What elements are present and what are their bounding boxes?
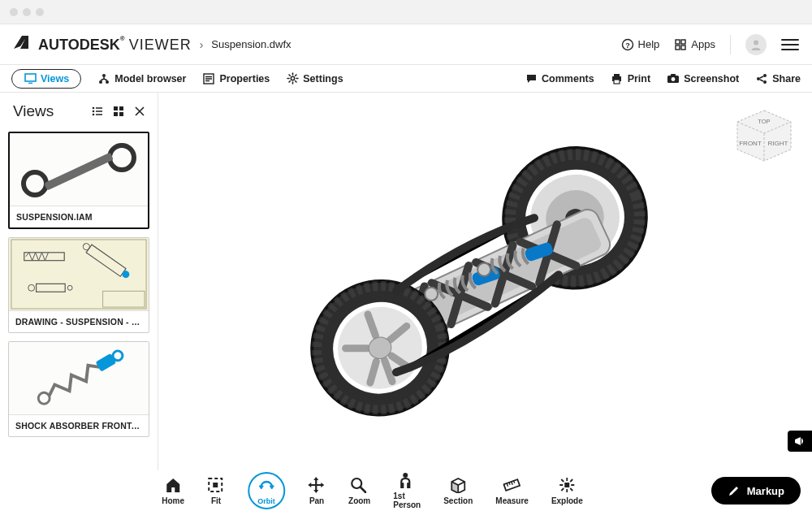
svg-rect-5	[681, 45, 685, 50]
orbit-button[interactable]: Orbit	[248, 472, 285, 509]
fit-button[interactable]: Fit	[207, 477, 225, 505]
view-card-shock[interactable]: SHOCK ABSORBER FRONT.IAM	[8, 341, 149, 437]
svg-rect-13	[614, 74, 620, 76]
explode-button[interactable]: Explode	[551, 477, 583, 505]
svg-rect-3	[681, 40, 685, 44]
svg-line-82	[509, 482, 510, 484]
help-button[interactable]: ? Help	[621, 38, 660, 51]
grid-view-icon[interactable]	[112, 105, 125, 118]
tree-icon	[97, 72, 110, 85]
model-browser-tab[interactable]: Model browser	[97, 72, 186, 85]
section-icon	[449, 477, 467, 495]
print-icon	[611, 72, 624, 85]
views-tab[interactable]: Views	[11, 69, 81, 89]
svg-point-21	[763, 80, 767, 84]
svg-line-91	[570, 488, 572, 491]
autodesk-mark-icon	[13, 37, 33, 53]
svg-point-24	[93, 114, 95, 116]
apps-button[interactable]: Apps	[674, 38, 715, 51]
svg-rect-26	[119, 106, 123, 110]
svg-point-8	[102, 74, 106, 77]
svg-point-23	[93, 110, 95, 113]
viewcube[interactable]: TOP FRONT RIGHT	[732, 107, 796, 167]
pan-icon	[308, 477, 326, 495]
properties-label: Properties	[219, 73, 270, 84]
svg-rect-31	[86, 245, 126, 276]
measure-label: Measure	[495, 496, 529, 505]
toolbar: Views Model browser Properties Settings	[0, 65, 812, 93]
brand-text: AUTODESK	[38, 37, 120, 53]
properties-tab[interactable]: Properties	[202, 72, 270, 85]
workarea: Views SUSPENSION.IAM	[0, 93, 812, 470]
first-person-button[interactable]: 1st Person	[393, 472, 421, 509]
views-panel: Views SUSPENSION.IAM	[0, 93, 158, 470]
help-icon: ?	[621, 38, 634, 51]
view-card-label: DRAWING - SUSPENSION - SHEET2…	[9, 311, 149, 332]
comments-button[interactable]: Comments	[525, 72, 594, 85]
svg-point-18	[672, 77, 676, 81]
svg-marker-69	[270, 486, 274, 489]
user-avatar[interactable]	[745, 34, 767, 55]
markup-button[interactable]: Markup	[711, 477, 801, 505]
menu-button[interactable]	[781, 39, 799, 50]
pan-button[interactable]: Pan	[308, 477, 326, 505]
svg-rect-67	[213, 483, 218, 487]
help-label: Help	[638, 38, 660, 50]
svg-point-22	[93, 107, 95, 110]
share-button[interactable]: Share	[755, 72, 801, 85]
person-icon	[398, 472, 416, 490]
svg-rect-85	[564, 483, 569, 487]
settings-tab[interactable]: Settings	[286, 72, 343, 85]
viewcube-front: FRONT	[739, 140, 762, 147]
svg-point-9	[99, 80, 102, 84]
apps-icon	[674, 38, 687, 51]
view-card-suspension[interactable]: SUSPENSION.IAM	[8, 132, 149, 229]
window-chrome	[0, 0, 812, 24]
zoom-label: Zoom	[348, 496, 370, 505]
section-label: Section	[443, 496, 473, 505]
svg-rect-4	[676, 45, 680, 50]
svg-point-36	[67, 285, 72, 290]
screenshot-button[interactable]: Screenshot	[667, 72, 739, 85]
comments-label: Comments	[542, 73, 594, 84]
svg-marker-70	[313, 477, 318, 480]
3d-canvas[interactable]: TOP FRONT RIGHT	[158, 93, 812, 470]
svg-marker-68	[259, 486, 263, 489]
chrome-dot	[10, 8, 18, 16]
camera-icon	[667, 72, 680, 85]
settings-label: Settings	[303, 73, 343, 84]
gear-icon	[286, 72, 299, 85]
monitor-icon	[24, 72, 37, 85]
svg-point-33	[121, 270, 130, 279]
svg-point-6	[754, 40, 758, 45]
megaphone-icon	[793, 435, 806, 447]
share-icon	[755, 72, 768, 85]
section-button[interactable]: Section	[443, 477, 473, 505]
views-panel-header-icons	[91, 105, 146, 118]
print-button[interactable]: Print	[611, 72, 650, 85]
chrome-dot	[36, 8, 44, 16]
measure-button[interactable]: Measure	[495, 477, 529, 505]
markup-label: Markup	[747, 485, 784, 497]
svg-point-20	[757, 77, 760, 80]
svg-point-12	[291, 76, 294, 80]
svg-rect-15	[614, 80, 620, 84]
svg-rect-34	[37, 284, 66, 292]
close-panel-icon[interactable]	[133, 105, 146, 118]
explode-label: Explode	[551, 496, 583, 505]
zoom-button[interactable]: Zoom	[348, 477, 370, 505]
viewcube-top: TOP	[758, 118, 770, 125]
brand-reg: ®	[120, 35, 125, 42]
toolbar-right: Comments Print Screenshot Share	[525, 72, 801, 85]
ruler-icon	[503, 477, 521, 495]
svg-line-81	[508, 483, 508, 486]
feedback-tab[interactable]	[788, 431, 812, 452]
list-view-icon[interactable]	[91, 105, 104, 118]
svg-point-76	[403, 473, 408, 478]
svg-line-75	[361, 487, 366, 492]
zoom-icon	[351, 477, 369, 495]
breadcrumb-chevron-icon: ›	[200, 38, 204, 51]
home-button[interactable]: Home	[162, 477, 184, 505]
autodesk-logo: AUTODESK® VIEWER	[13, 35, 192, 54]
view-card-drawing[interactable]: DRAWING - SUSPENSION - SHEET2…	[8, 237, 149, 333]
